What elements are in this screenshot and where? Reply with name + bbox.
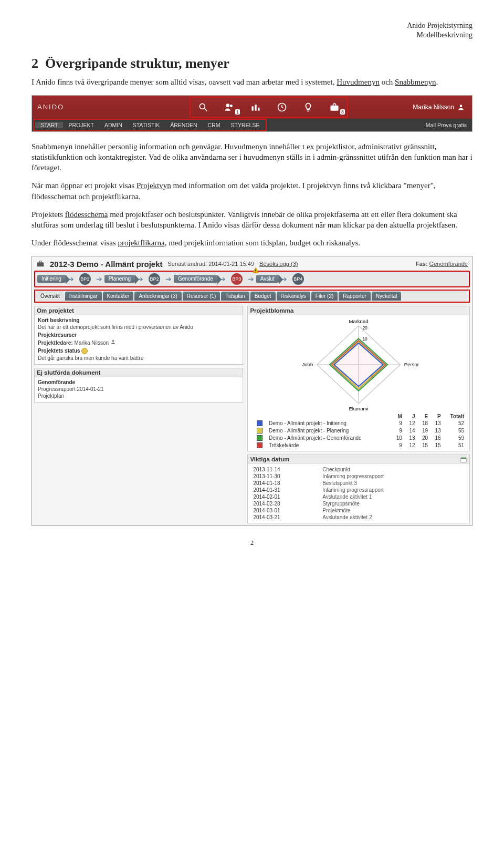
svg-rect-10 [37, 262, 44, 266]
date-row: 2014-02-01Avslutande aktivitet 1 [251, 493, 466, 500]
date-row: 2014-03-01Projektmöte [251, 507, 466, 514]
tab-filer[interactable]: Filer (2) [311, 292, 338, 301]
phase-initiering[interactable]: Initiering [37, 275, 66, 283]
clock-icon[interactable] [277, 102, 287, 112]
chart-icon[interactable] [250, 102, 261, 112]
svg-rect-4 [252, 106, 254, 110]
panel-about: Om projektet Kort beskrivning Det här är… [34, 306, 243, 365]
bulb-icon[interactable] [303, 102, 313, 112]
svg-text:20: 20 [363, 325, 368, 331]
doc-header-line1: Anido Projektstyrning [32, 21, 472, 30]
doc-link[interactable]: Projektplan [38, 393, 239, 399]
arrow-icon: ➔ [96, 275, 102, 283]
tab-resurser[interactable]: Resurser (1) [183, 292, 220, 301]
svg-point-13 [112, 339, 114, 342]
radar-chart: Marknad Personal Ekonomi Jobb 10 20 [298, 317, 419, 412]
svg-rect-12 [255, 272, 256, 272]
menu-crm[interactable]: CRM [203, 122, 226, 128]
tab-nyckeltal[interactable]: Nyckeltal [372, 292, 402, 301]
tab-anteckningar[interactable]: Anteckningar (3) [134, 292, 181, 301]
arrow-icon: ➔ [165, 275, 172, 283]
legend-row: Demo - Allmänt projekt - Planering914191… [251, 427, 466, 434]
svg-text:10: 10 [363, 336, 368, 342]
user-name: Marika Nilsson [413, 104, 454, 111]
menu-arenden[interactable]: ÄRENDEN [165, 122, 202, 128]
para-4: Projektets flödesschema med projektfaser… [32, 209, 472, 231]
arrow-icon: ➔ [248, 275, 254, 283]
appbar-bottom: START PROJEKT ADMIN STATISTIK ÄRENDEN CR… [32, 119, 472, 131]
panel-title: Projektblomma [248, 306, 469, 315]
para-1: I Anido finns två övergripande menyer so… [32, 77, 472, 87]
legend-row: Demo - Allmänt projekt - Initiering91218… [251, 420, 466, 427]
svg-text:Personal: Personal [404, 362, 419, 367]
para-5: Under flödesschemat visas projektflikarn… [32, 238, 472, 248]
appbar-top: ANIDO 1 [32, 96, 472, 119]
phase-avslut[interactable]: Avslut [256, 275, 279, 283]
bp1[interactable]: BP1 [79, 273, 91, 285]
menu-styrelse[interactable]: STYRELSE [226, 122, 265, 128]
template-label: Mall Prova gratis [426, 122, 472, 128]
quick-menu: 1 8 [190, 97, 348, 118]
svg-point-9 [460, 105, 463, 107]
panel-title: Ej slutförda dokument [35, 368, 243, 377]
panel-unfinished: Ej slutförda dokument Genomförande Progr… [34, 368, 243, 403]
status-dot-icon [81, 348, 88, 354]
doc-link[interactable]: Progressrapport 2014-01-21 [38, 386, 239, 392]
main-menu: START PROJEKT ADMIN STATISTIK ÄRENDEN CR… [33, 119, 267, 131]
user-icon [110, 339, 116, 345]
date-row: 2014-02-28Styrgruppsmöte [251, 500, 466, 507]
para-3: När man öppnar ett projekt visas Projekt… [32, 180, 472, 202]
legend-row: Tröskelvärde912151551 [251, 441, 466, 449]
svg-point-0 [200, 104, 205, 109]
legend-row: Demo - Allmänt projekt - Genomförande101… [251, 434, 466, 441]
last-changed: Senast ändrad: 2014-01-21 15:49 [168, 261, 255, 267]
menu-projekt[interactable]: PROJEKT [63, 122, 99, 128]
tab-rapporter[interactable]: Rapporter [339, 292, 370, 301]
svg-rect-6 [258, 107, 259, 110]
panel-dates: Viktiga datum 2013-11-14Checkpunkt2013-1… [247, 455, 470, 523]
menu-start[interactable]: START [35, 122, 63, 128]
bp2[interactable]: BP2 [149, 273, 160, 285]
bp4[interactable]: BP4 [292, 273, 304, 285]
svg-point-3 [230, 105, 233, 107]
page-number: 2 [32, 539, 472, 547]
doc-header: Anido Projektstyrning Modellbeskrivning [32, 21, 472, 40]
para-2: Snabbmenyn innehåller personlig informat… [32, 141, 472, 173]
phase-planering[interactable]: Planering [104, 275, 135, 283]
svg-text:Ekonomi: Ekonomi [349, 405, 369, 411]
bp3[interactable]: BP3 [231, 273, 243, 285]
visitlog-link[interactable]: Besökslogg (3) [259, 261, 298, 267]
tab-kontakter[interactable]: Kontakter [103, 292, 134, 301]
flow-schema: Initiering ➔ BP1 ➔ Planering ➔ BP2 ➔ Gen… [34, 271, 470, 287]
svg-rect-11 [255, 269, 256, 271]
dates-table: 2013-11-14Checkpunkt2013-11-30Inlämning … [251, 466, 466, 521]
project-tabs: Översikt Inställningar Kontakter Anteckn… [34, 290, 470, 303]
panel-blomma: Projektblomma Marknad Personal Ekono [247, 306, 470, 451]
svg-text:Marknad: Marknad [349, 318, 369, 324]
appbar-screenshot: ANIDO 1 [32, 95, 472, 132]
briefcase-icon [36, 260, 45, 268]
menu-statistik[interactable]: STATISTIK [128, 122, 165, 128]
date-row: 2014-01-18Beslutspunkt 3 [251, 480, 466, 487]
tab-oversikt[interactable]: Översikt [36, 292, 64, 301]
user-icon [457, 104, 465, 111]
tab-riskanalys[interactable]: Riskanalys [277, 292, 310, 301]
phase-genomforande[interactable]: Genomförande [174, 275, 217, 283]
tab-installningar[interactable]: Inställningar [65, 292, 102, 301]
tab-tidsplan[interactable]: Tidsplan [221, 292, 249, 301]
svg-text:Jobb: Jobb [302, 362, 313, 367]
legend-table: M J E P Totalt Demo - Allmänt projekt - … [251, 413, 466, 449]
calendar-icon[interactable] [460, 456, 467, 463]
date-row: 2013-11-30Inlämning progressrapport [251, 473, 466, 480]
briefcase-icon[interactable]: 8 [329, 102, 340, 112]
menu-admin[interactable]: ADMIN [99, 122, 128, 128]
project-title: 2012-3 Demo - Allmänt projekt [50, 260, 163, 269]
svg-rect-23 [461, 458, 467, 459]
logo: ANIDO [32, 103, 85, 111]
user-area[interactable]: Marika Nilsson [413, 104, 472, 111]
project-leader: Projektledare: Marika Nilsson [38, 339, 239, 346]
panel-title: Viktiga datum [248, 455, 469, 464]
search-icon[interactable] [198, 102, 208, 112]
people-icon[interactable]: 1 [224, 102, 235, 112]
tab-budget[interactable]: Budget [250, 292, 276, 301]
